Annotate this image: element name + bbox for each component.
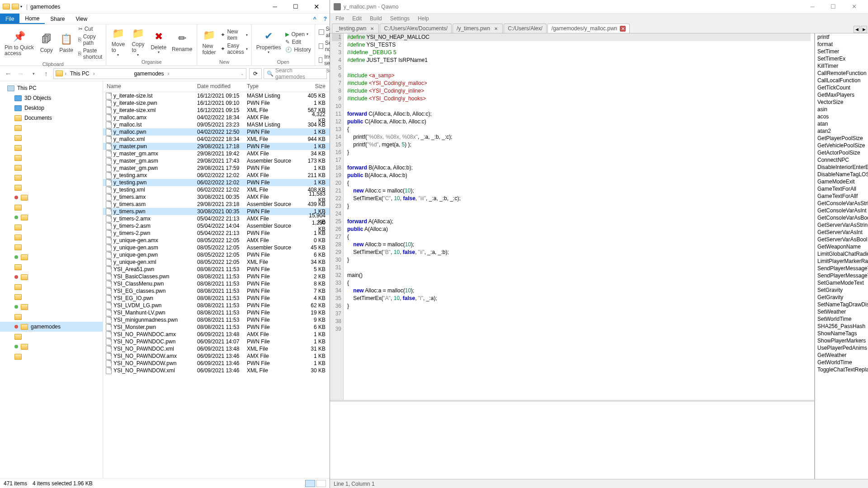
- nav-desktop[interactable]: Desktop: [0, 103, 103, 113]
- menu-help[interactable]: Help: [414, 14, 433, 23]
- nav-folder[interactable]: gamemodes: [0, 322, 103, 332]
- function-item[interactable]: LimitGlobalChatRadius: [815, 250, 868, 258]
- nav-folder[interactable]: [0, 123, 103, 133]
- code-line[interactable]: forward C(Alloc:a, Alloc:b, Alloc:c);: [347, 110, 811, 118]
- function-item[interactable]: GetWorldTime: [815, 359, 868, 366]
- function-item[interactable]: GetGravity: [815, 294, 868, 301]
- function-item[interactable]: ShowNameTags: [815, 330, 868, 337]
- code-line[interactable]: public A(Alloc:a): [347, 225, 811, 233]
- line-number[interactable]: 17: [332, 156, 341, 164]
- line-number[interactable]: 34: [332, 287, 341, 295]
- line-number[interactable]: 9: [332, 95, 341, 103]
- line-number[interactable]: 37: [332, 310, 341, 318]
- nav-folder[interactable]: [0, 212, 103, 222]
- function-item[interactable]: CallRemoteFunction: [815, 70, 868, 77]
- line-number[interactable]: 19: [332, 172, 341, 179]
- function-item[interactable]: GetVehiclePoolSize: [815, 142, 868, 149]
- function-item[interactable]: GetWeaponName: [815, 243, 868, 250]
- table-row[interactable]: y_testing.amx06/02/2022 12:02AMX File211…: [103, 172, 330, 179]
- nav-documents[interactable]: Documents: [0, 113, 103, 123]
- code-line[interactable]: #define JUST_TEST IsRPName1: [347, 56, 811, 64]
- chevron-right-icon[interactable]: ›: [65, 70, 66, 77]
- table-row[interactable]: y_timers.asm29/08/2021 23:18Assembler So…: [103, 201, 330, 208]
- function-item[interactable]: ConnectNPC: [815, 156, 868, 164]
- nav-folder[interactable]: [0, 302, 103, 312]
- editor-tab[interactable]: C:/Users/Alex/: [504, 23, 547, 33]
- function-item[interactable]: KillTimer: [815, 62, 868, 70]
- close-icon[interactable]: ✕: [620, 26, 626, 32]
- table-row[interactable]: y_timers-2.asm05/04/2022 14:04Assembler …: [103, 222, 330, 230]
- nav-folder[interactable]: [0, 222, 103, 232]
- table-row[interactable]: y_unique-gen.pwn08/05/2022 12:05PWN File…: [103, 251, 330, 258]
- line-number[interactable]: 27: [332, 233, 341, 241]
- table-row[interactable]: y_iterate-size.xml16/12/2021 09:15XML Fi…: [103, 107, 330, 114]
- function-item[interactable]: ShowPlayerMarkers: [815, 337, 868, 344]
- chevron-down-icon[interactable]: ⌄: [241, 71, 244, 76]
- function-item[interactable]: GetServerVarAsInt: [815, 229, 868, 236]
- code-line[interactable]: #include <a_samp>: [347, 72, 811, 80]
- code-line[interactable]: SetTimerEx("B", 10, false, "ii", _:a, _:…: [347, 249, 811, 256]
- line-number[interactable]: 39: [332, 325, 341, 333]
- line-number[interactable]: 3: [332, 49, 341, 56]
- table-row[interactable]: YSI_Monster.pwn08/08/2021 11:53PWN File6…: [103, 324, 330, 331]
- nav-folder[interactable]: [0, 202, 103, 212]
- table-row[interactable]: YSI_NO_PAWNDOW.amx06/09/2021 13:46AMX Fi…: [103, 352, 330, 360]
- nav-folder[interactable]: [0, 242, 103, 252]
- function-item[interactable]: format: [815, 41, 868, 48]
- col-type[interactable]: Type: [243, 81, 302, 92]
- qat-dropdown-icon[interactable]: ▾: [20, 5, 22, 9]
- nav-folder[interactable]: [0, 173, 103, 183]
- code-line[interactable]: forward A(Alloc:a);: [347, 218, 811, 225]
- tab-home[interactable]: Home: [19, 14, 45, 24]
- function-item[interactable]: GameTextForAll: [815, 185, 868, 192]
- table-row[interactable]: y_malloc.xml04/02/2022 18:34XML File944 …: [103, 136, 330, 143]
- function-item[interactable]: GetMaxPlayers: [815, 91, 868, 99]
- nav-this-pc[interactable]: This PC: [0, 83, 103, 93]
- explorer-titlebar[interactable]: ▾ | gamemodes ─ ☐ ✕: [0, 0, 330, 14]
- table-row[interactable]: YSI_NO_PAWNDOW.xml06/09/2021 13:46XML Fi…: [103, 367, 330, 374]
- minimize-button[interactable]: ─: [264, 0, 285, 14]
- copy-path-button[interactable]: ⎘Copy path: [77, 33, 104, 47]
- function-list[interactable]: printfformatSetTimerSetTimerExKillTimerC…: [815, 33, 868, 479]
- edit-button[interactable]: ✎Edit: [284, 38, 311, 46]
- function-item[interactable]: VectorSize: [815, 99, 868, 106]
- chevron-right-icon[interactable]: ›: [93, 70, 95, 77]
- code-line[interactable]: }: [347, 149, 811, 156]
- function-item[interactable]: LimitPlayerMarkerRadius: [815, 258, 868, 265]
- paste-shortcut-button[interactable]: ⎘Paste shortcut: [77, 47, 104, 61]
- function-item[interactable]: SetWeather: [815, 308, 868, 315]
- code-line[interactable]: [347, 103, 811, 110]
- function-item[interactable]: GetConsoleVarAsInt: [815, 207, 868, 214]
- code-line[interactable]: public C(Alloc:a, Alloc:b, Alloc:c): [347, 118, 811, 126]
- line-number[interactable]: 5: [332, 64, 341, 72]
- nav-folder[interactable]: [0, 183, 103, 192]
- line-number[interactable]: 29: [332, 249, 341, 256]
- refresh-button[interactable]: ⟳: [249, 68, 262, 79]
- tab-share[interactable]: Share: [45, 14, 70, 24]
- line-number[interactable]: 1: [332, 33, 341, 41]
- table-row[interactable]: YSI_Area51.pwn08/08/2021 11:53PWN File5 …: [103, 266, 330, 273]
- line-number[interactable]: 31: [332, 264, 341, 272]
- new-folder-button[interactable]: 📁New folder: [200, 27, 218, 56]
- nav-folder[interactable]: [0, 232, 103, 242]
- code-line[interactable]: [347, 264, 811, 272]
- line-number[interactable]: 28: [332, 241, 341, 249]
- code-line[interactable]: }: [347, 302, 811, 310]
- col-date[interactable]: Date modified: [193, 81, 243, 92]
- table-row[interactable]: y_unique-gen.amx08/05/2022 12:05AMX File…: [103, 237, 330, 244]
- function-item[interactable]: GetTickCount: [815, 84, 868, 91]
- line-number[interactable]: 30: [332, 256, 341, 264]
- line-number[interactable]: 18: [332, 164, 341, 172]
- table-row[interactable]: YSI_NO_PAWNDOC.amx06/09/2021 13:48AMX Fi…: [103, 331, 330, 338]
- code-line[interactable]: #include <YSI_Coding\y_hooks>: [347, 95, 811, 103]
- line-number[interactable]: 33: [332, 279, 341, 287]
- code-editor[interactable]: #define YSI_NO_HEAP_MALLOC#define YSI_TE…: [344, 33, 814, 400]
- breadcrumb[interactable]: gamemodes: [132, 70, 165, 77]
- nav-folder[interactable]: [0, 312, 103, 322]
- table-row[interactable]: y_master_gm.amx29/08/2021 19:42AMX File3…: [103, 150, 330, 157]
- table-row[interactable]: YSI_NO_PAWNDOC.xml06/09/2021 13:48XML Fi…: [103, 345, 330, 352]
- table-row[interactable]: y_testing.xml06/02/2022 12:02XML File408…: [103, 186, 330, 193]
- nav-folder[interactable]: [0, 292, 103, 302]
- line-number[interactable]: 13: [332, 126, 341, 133]
- line-number[interactable]: 38: [332, 318, 341, 325]
